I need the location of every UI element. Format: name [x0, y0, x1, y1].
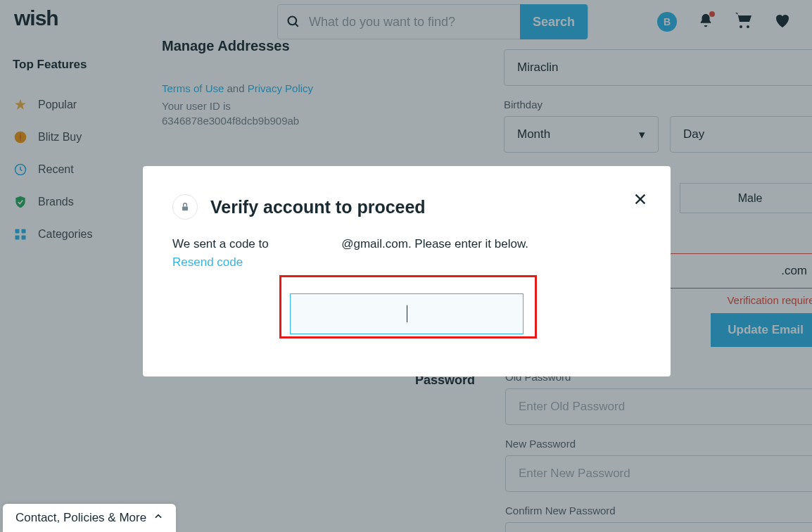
verify-modal: Verify account to proceed We sent a code…	[143, 166, 671, 376]
contact-policies-toggle[interactable]: Contact, Policies & More	[3, 504, 176, 532]
sent-prefix: We sent a code to	[172, 237, 272, 251]
footer-label: Contact, Policies & More	[15, 511, 146, 525]
text-caret	[407, 305, 407, 322]
lock-icon	[172, 194, 198, 220]
resend-code-link[interactable]: Resend code	[172, 255, 243, 269]
sent-suffix: @gmail.com. Please enter it below.	[341, 237, 528, 251]
modal-title: Verify account to proceed	[210, 197, 426, 217]
svg-rect-11	[182, 206, 188, 210]
close-icon[interactable]	[633, 191, 648, 210]
verification-code-input[interactable]	[290, 293, 524, 334]
code-input-wrap	[290, 293, 524, 334]
chevron-up-icon	[153, 511, 163, 525]
modal-body: We sent a code to @gmail.com. Please ent…	[172, 235, 641, 271]
